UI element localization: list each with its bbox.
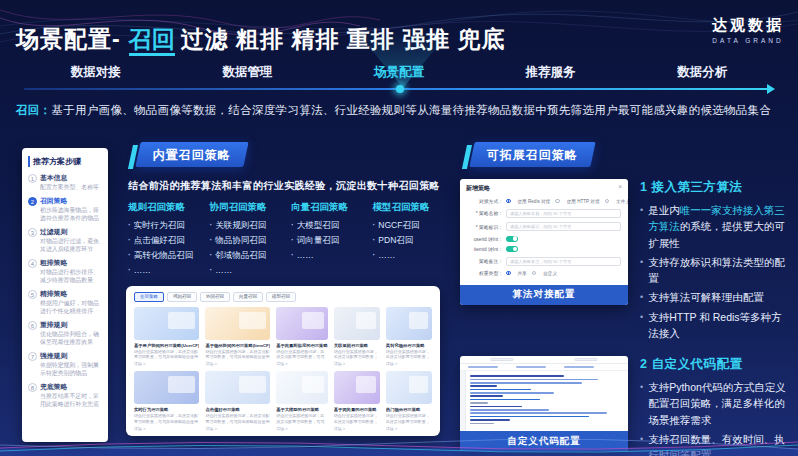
step-title: 精排策略 [40,289,102,299]
radio-button[interactable] [605,199,610,204]
nav-item-0[interactable]: 数据对接 [20,64,172,81]
radio-label: 使用 Redis 对接 [518,199,551,204]
strategy-card-title: 关联规则召回策略 [334,343,380,348]
strategy-card-detail-link[interactable]: 详情 > [205,361,270,366]
strategy-category: 协同召回策略关联规则召回物品协同召回邻域物品召回…… [210,201,284,278]
sidebar-step[interactable]: 4 粗排策略 对物品进行初步排序、减少待推荐物品数量 [28,258,102,285]
strategy-category: 规则召回策略实时行为召回点击偏好召回高转化物品召回…… [128,201,202,278]
step-number-badge: 6 [28,321,37,330]
strategy-card[interactable]: 基于物品协同的召回策略(ItemCF) 结合行业实践经验沉淀，支持灵活配置召回数… [205,307,270,367]
gallery-tab[interactable]: 协同召回 [200,292,230,302]
radio-button[interactable] [532,271,537,276]
custom-code-config-button[interactable]: 自定义代码配置 [460,431,628,451]
strategy-card-illustration [205,371,270,404]
strategy-item: 关联规则召回 [210,218,284,233]
toolbar-tab[interactable] [490,358,514,362]
sidebar-step[interactable]: 2 召回策略 初步筛选海量物品，筛选符合推荐条件的物品 [28,196,102,223]
strategy-card-desc: 结合行业实践经验沉淀，支持灵活配置召回数量，可与其他策略组合使用 [205,413,270,424]
logo-en-text: DATA GRAND [712,37,784,44]
sidebar-step[interactable]: 1 基本信息 配置方案类型、名称等 [28,173,102,192]
strategy-item: 邻域物品召回 [210,248,284,263]
code-line [470,385,497,387]
strategy-item: PDN召回 [373,233,447,248]
strategy-item: …… [210,263,284,278]
gallery-tab[interactable]: 向量召回 [233,292,263,302]
nav-item-2[interactable]: 场景配置 [323,64,475,81]
strategy-item: …… [373,248,447,263]
gallery-tab[interactable]: 模型召回 [266,292,296,302]
form-row: 对接方式：使用 Redis 对接使用 HTTP 对接文件上传 [467,198,621,204]
gallery-tab[interactable]: 规则召回 [167,292,197,302]
form-label: itemid 转Int： [467,246,503,252]
toolbar-tab[interactable] [574,358,598,362]
code-line [470,395,503,397]
strategy-card-detail-link[interactable]: 详情 > [276,426,328,431]
step-description: 初步筛选海量物品，筛选符合推荐条件的物品 [40,207,102,223]
strategy-card-detail-link[interactable]: 详情 > [386,426,432,431]
strategy-card[interactable]: 基于词向量的召回策略 结合行业实践经验沉淀，支持灵活配置召回数量，可与其他策略组… [334,371,380,431]
code-column-headers [460,364,628,371]
algorithm-connect-config-button[interactable]: 算法对接配置 [460,285,628,305]
bullet-dot-icon: • [640,431,643,456]
strategy-category: 模型召回策略NGCF召回PDN召回…… [373,201,447,278]
feature-2-title: 2 自定义代码配置 [640,356,790,373]
strategy-category-title: 协同召回策略 [210,201,284,214]
code-line [470,409,549,411]
radio-button[interactable] [555,199,560,204]
strategy-card[interactable]: 高转化物品召回策略 结合行业实践经验沉淀，支持灵活配置召回数量，可与其他策略组合… [386,307,432,367]
strategy-card-detail-link[interactable]: 详情 > [134,361,199,366]
text-input[interactable]: 请输入策略名称，限制 30 个字符 [506,209,621,218]
strategy-card[interactable]: 热门物品召回策略 结合行业实践经验沉淀，支持灵活配置召回数量，可与其他策略组合使… [386,371,432,431]
strategy-card-illustration [386,371,432,404]
nav-item-1[interactable]: 数据管理 [172,64,324,81]
strategy-item: 实时行为召回 [128,218,202,233]
nav-item-3[interactable]: 推荐服务 [475,64,627,81]
title-prefix: 场景配置- [16,26,121,52]
strategy-item: …… [128,263,202,278]
strategy-category: 向量召回策略大模型召回词向量召回…… [291,201,365,278]
code-line [470,423,494,425]
strategy-card-detail-link[interactable]: 详情 > [334,426,380,431]
logo: 达观数据 DATA GRAND [712,16,784,44]
code-editor-body[interactable] [460,371,628,431]
strategy-card-illustration [134,371,199,404]
strategy-card-detail-link[interactable]: 详情 > [205,426,270,431]
strategy-card[interactable]: 基于向量相似度的召回策略 结合行业实践经验沉淀，支持灵活配置召回数量，可与其他策… [276,307,328,367]
form-label: 对接方式： [467,198,503,204]
gallery-tabs: 全部策略规则召回协同召回向量召回模型召回 [134,292,432,302]
gallery-tab[interactable]: 全部策略 [134,292,164,302]
nav-item-4[interactable]: 数据分析 [626,64,778,81]
toggle-switch[interactable] [506,236,518,242]
close-icon[interactable]: × [618,184,622,193]
strategy-card-title: 基于用户协同的召回策略(UserCF) [134,343,199,348]
sidebar-step[interactable]: 5 精排策略 根据用户偏好，对物品进行个性化精准排序 [28,289,102,316]
step-title: 强推规则 [40,351,102,361]
strategy-card[interactable]: 点击偏好召回策略 结合行业实践经验沉淀，支持灵活配置召回数量，可与其他策略组合使… [205,371,270,431]
radio-label: 使用 HTTP 对接 [567,199,600,204]
strategy-card-illustration [276,371,328,404]
strategy-card-title: 实时行为召回策略 [134,407,199,412]
strategy-card[interactable]: 实时行为召回策略 结合行业实践经验沉淀，支持灵活配置召回数量，可与其他策略组合使… [134,371,199,431]
toggle-switch[interactable] [506,246,518,252]
strategy-card[interactable]: 关联规则召回策略 结合行业实践经验沉淀，支持灵活配置召回数量，可与其他策略组合使… [334,307,380,367]
sidebar-step[interactable]: 3 过滤规则 对物品进行过滤，避免其进入后续推荐环节 [28,227,102,254]
sidebar-step[interactable]: 8 兜底策略 当推荐结果不足时，采用此策略进行补充兜底 [28,382,102,409]
builtin-badge: 内置召回策略 [135,142,248,167]
strategy-card[interactable]: 基于用户协同的召回策略(UserCF) 结合行业实践经验沉淀，支持灵活配置召回数… [134,307,199,367]
strategy-card-detail-link[interactable]: 详情 > [386,361,432,366]
step-title: 兜底策略 [40,382,102,392]
strategy-card-detail-link[interactable]: 详情 > [334,361,380,366]
strategy-card-detail-link[interactable]: 详情 > [134,426,199,431]
form-label: * 策略名称： [467,210,503,216]
code-line [470,399,540,401]
strategy-card[interactable]: 基于大模型的召回策略 结合行业实践经验沉淀，支持灵活配置召回数量，可与其他策略组… [276,371,328,431]
strategy-card-detail-link[interactable]: 详情 > [276,361,328,366]
text-input[interactable]: 请输入策略标识，限制 30 个字符 [506,222,621,231]
sidebar-step[interactable]: 6 重排规则 优化物品排列组合，确保呈现最佳推荐效果 [28,320,102,347]
radio-button[interactable] [506,271,511,276]
radio-button[interactable] [506,199,511,204]
step-description: 根据用户偏好，对物品进行个性化精准排序 [40,300,102,316]
text-input[interactable]: 请输入策略备注，限制 50 个字符 [506,257,621,266]
strategy-gallery-panel: 全部策略规则召回协同召回向量召回模型召回 基于用户协同的召回策略(UserCF)… [126,286,440,436]
sidebar-step[interactable]: 7 强推规则 依据特定规则，强制展示特定类别的物品 [28,351,102,378]
